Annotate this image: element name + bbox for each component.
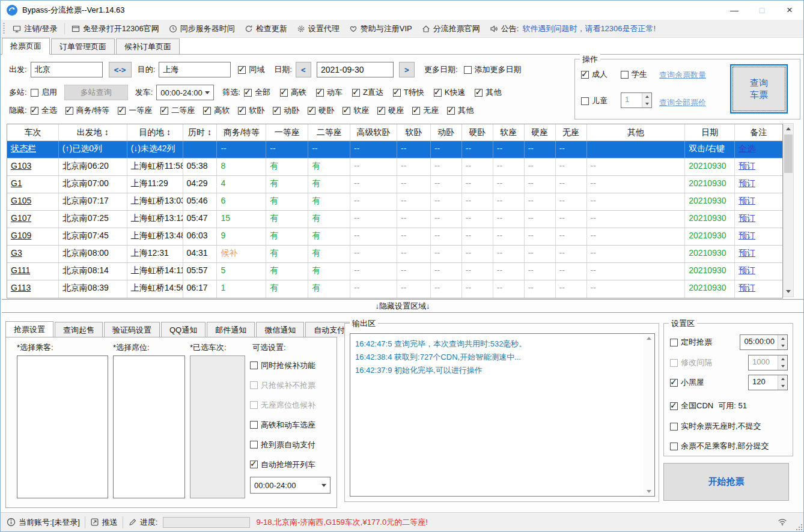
train-row[interactable]: G109北京南07:45上海虹桥13:4806:039有有-----------… <box>7 228 782 246</box>
book-link[interactable]: 预订 <box>739 248 755 258</box>
grab-option-checkbox[interactable]: 只抢候补不抢票 <box>250 375 334 395</box>
tab-候补订单页面[interactable]: 候补订单页面 <box>116 38 180 54</box>
toolbar-item[interactable]: 检查更新 <box>240 21 292 37</box>
train-number-link[interactable]: G111 <box>11 265 30 275</box>
train-number-link[interactable]: G1 <box>11 178 22 188</box>
train-number-link[interactable]: G109 <box>11 231 31 240</box>
seat-hide-checkbox[interactable]: 一等座 <box>118 105 152 116</box>
tab-查询起售[interactable]: 查询起售 <box>55 322 103 337</box>
seat-hide-checkbox[interactable]: 硬座 <box>377 105 404 116</box>
book-link[interactable]: 预订 <box>739 161 755 171</box>
scrollbar-thumb[interactable] <box>784 135 793 173</box>
settings-checkbox[interactable]: 定时抢票 <box>670 337 712 348</box>
seat-hide-checkbox[interactable]: 其他 <box>447 105 474 116</box>
train-row[interactable]: G1北京南07:00上海11:2904:294有有---------------… <box>7 176 782 193</box>
train-number-link[interactable]: G105 <box>11 196 31 205</box>
stepper-arrows[interactable] <box>778 335 787 349</box>
child-checkbox[interactable]: 儿童 <box>581 95 608 106</box>
grab-option-checkbox[interactable]: 高铁和动车选座 <box>250 415 334 435</box>
book-link[interactable]: 预订 <box>739 283 755 292</box>
seat-hide-checkbox[interactable]: 软座 <box>343 105 369 116</box>
table-status-row[interactable]: 状态栏(↑)已选0列(↓)未选42列--------------------双击… <box>7 141 782 159</box>
output-log[interactable]: 16:42:47:5 查询完毕，本次查询共用时:532毫秒。16:42:38:4… <box>350 333 655 497</box>
tab-邮件通知[interactable]: 邮件通知 <box>207 322 255 337</box>
column-header[interactable]: 无座 <box>556 124 587 141</box>
toolbar-item[interactable]: 同步服务器时间 <box>164 21 240 37</box>
tab-QQ通知[interactable]: QQ通知 <box>161 322 206 337</box>
dest-input[interactable] <box>159 62 231 77</box>
table-scrollbar[interactable] <box>783 123 794 297</box>
column-header[interactable]: 动卧 <box>431 124 462 141</box>
seat-hide-checkbox[interactable]: 商务/特等 <box>65 105 110 116</box>
seat-hide-checkbox[interactable]: 软卧 <box>238 105 264 116</box>
train-row[interactable]: G103北京南06:20上海虹桥11:5805:388有有-----------… <box>7 159 782 176</box>
seat-hide-checkbox[interactable]: 无座 <box>412 105 439 116</box>
train-type-checkbox[interactable]: T特快 <box>393 87 424 98</box>
multi-query-button[interactable]: 多站查询 <box>64 85 128 100</box>
select-all-link[interactable]: 全选 <box>739 144 755 153</box>
column-header[interactable]: 硬卧 <box>462 124 493 141</box>
output-scrollbar[interactable] <box>644 334 654 495</box>
seat-hide-checkbox[interactable]: 动卧 <box>273 105 299 116</box>
train-row[interactable]: G107北京南07:25上海虹桥13:1205:4715有有----------… <box>7 211 782 228</box>
train-row[interactable]: G111北京南08:14上海虹桥14:1105:575有有-----------… <box>7 263 782 280</box>
tab-抢票设置[interactable]: 抢票设置 <box>5 321 53 338</box>
column-header[interactable]: 目的地 ↕ <box>127 124 183 141</box>
grab-option-checkbox[interactable]: 同时抢候补功能 <box>250 355 334 375</box>
seat-hide-checkbox[interactable]: 高软 <box>203 105 230 116</box>
scroll-up-icon[interactable] <box>647 337 651 340</box>
hide-settings-divider[interactable]: ↓隐藏设置区域↓ <box>2 299 803 313</box>
book-link[interactable]: 预订 <box>739 231 755 240</box>
grab-option-checkbox[interactable]: 抢到票自动支付 <box>250 435 334 455</box>
tab-抢票页面[interactable]: 抢票页面 <box>2 38 50 55</box>
close-button[interactable]: × <box>776 1 803 20</box>
train-number-link[interactable]: G3 <box>11 248 22 258</box>
adult-checkbox[interactable]: 成人 <box>581 69 608 80</box>
column-header[interactable]: 备注 <box>735 124 782 141</box>
settings-stepper[interactable]: 1000 <box>748 355 788 370</box>
book-link[interactable]: 预订 <box>739 213 755 223</box>
stepper-arrows[interactable] <box>778 375 787 390</box>
status-bar-link[interactable]: 状态栏 <box>11 144 36 153</box>
train-row[interactable]: G113北京南08:39上海虹桥14:5606:171有有-----------… <box>7 280 782 298</box>
query-prices-link[interactable]: 查询全部票价 <box>659 97 706 108</box>
column-header[interactable]: 历时 ↕ <box>183 124 218 141</box>
maximize-button[interactable]: □ <box>748 1 776 20</box>
depart-input[interactable] <box>31 62 103 77</box>
seat-hide-checkbox[interactable]: 二等座 <box>160 105 195 116</box>
next-date-button[interactable]: > <box>399 62 415 77</box>
seat-hide-checkbox[interactable]: 全选 <box>31 105 57 116</box>
stepper-arrows[interactable] <box>778 355 787 370</box>
grab-option-checkbox[interactable]: 无座席位也候补 <box>250 395 334 415</box>
same-city-checkbox[interactable]: 同域 <box>238 64 264 75</box>
toolbar-item[interactable]: 免登录打开12306官网 <box>67 21 164 37</box>
tab-微信通知[interactable]: 微信通知 <box>256 322 304 337</box>
resize-grip[interactable] <box>795 523 802 530</box>
train-type-checkbox[interactable]: 其他 <box>475 87 501 98</box>
minimize-button[interactable]: — <box>720 1 748 20</box>
book-link[interactable]: 预订 <box>739 196 755 205</box>
train-number-link[interactable]: G107 <box>11 213 31 223</box>
scroll-up-icon[interactable] <box>784 124 793 134</box>
settings-checkbox[interactable]: 小黑屋 <box>670 377 704 388</box>
prev-date-button[interactable]: < <box>296 62 311 77</box>
column-header[interactable]: 一等座 <box>266 124 308 141</box>
settings-stepper[interactable]: 05:00:00 <box>740 334 788 350</box>
column-header[interactable]: 硬座 <box>525 124 556 141</box>
query-remaining-link[interactable]: 查询余票数量 <box>659 70 706 80</box>
column-header[interactable]: 车次 <box>7 124 59 141</box>
toolbar-item[interactable]: 分流抢票官网 <box>417 21 485 37</box>
column-header[interactable]: 商务/特等 <box>217 124 266 141</box>
tab-订单管理页面[interactable]: 订单管理页面 <box>51 38 115 54</box>
cdn-checkbox[interactable]: 全国CDN <box>670 401 713 411</box>
stepper-arrows[interactable] <box>642 93 651 107</box>
date-input[interactable] <box>317 62 394 77</box>
scroll-down-icon[interactable] <box>647 490 651 493</box>
settings-stepper[interactable]: 120 <box>748 375 788 390</box>
train-type-checkbox[interactable]: K快速 <box>434 87 466 98</box>
column-header[interactable]: 出发地 ↕ <box>59 124 127 141</box>
multi-enable-checkbox[interactable]: 启用 <box>31 87 57 98</box>
settings-checkbox[interactable]: 余票不足乘客时,部分提交 <box>670 441 769 452</box>
train-type-checkbox[interactable]: 高铁 <box>280 87 306 98</box>
swap-stations-button[interactable]: <-> <box>109 62 132 77</box>
